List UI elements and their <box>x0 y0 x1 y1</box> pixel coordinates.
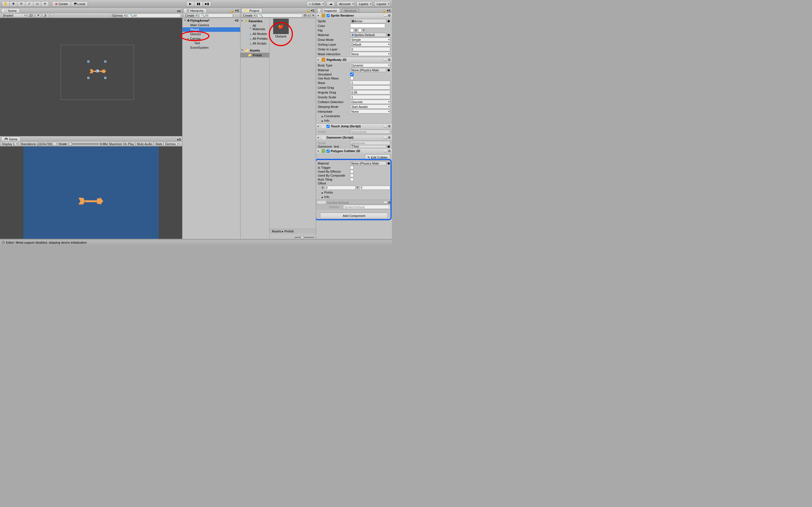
info-foldout[interactable]: Info <box>318 118 390 123</box>
hierarchy-item-eventsystem[interactable]: EventSystem <box>183 45 240 50</box>
bodytype-dropdown[interactable]: Dynamic <box>350 63 390 67</box>
simulated-checkbox[interactable] <box>350 73 354 76</box>
mute-toggle[interactable]: Mute Audio <box>135 142 154 146</box>
inspector-body[interactable]: Sprite Renderer📖⚙ Sprite▦Arrow◉ Color💉 F… <box>316 13 392 239</box>
hierarchy-search[interactable]: 🔍All <box>199 13 233 17</box>
fav-materials[interactable]: 🔍All Materials <box>241 23 269 31</box>
play-button[interactable]: ▶ <box>186 1 195 7</box>
fav-prefabs[interactable]: 🔍All Prefabs <box>241 36 269 41</box>
account-dropdown[interactable]: Account <box>337 1 355 7</box>
game-gizmos-dropdown[interactable]: Gizmos <box>163 142 179 146</box>
step-button[interactable]: ▶▮ <box>203 1 211 7</box>
project-tree[interactable]: ★Favorites 🔍All Materials 🔍All Models 🔍A… <box>241 18 269 239</box>
tab-scene[interactable]: ⬚Scene <box>1 8 20 13</box>
panel-menu-icon[interactable]: ▾☰ <box>387 9 391 13</box>
orderlayer-field[interactable]: 0 <box>350 47 390 51</box>
polygon-header[interactable]: Polygon Collider 2D📖⚙ <box>316 149 392 154</box>
gameover-header[interactable]: Gameover (Script)📖⚙ <box>316 135 392 140</box>
offset-x-field[interactable]: 0 <box>325 186 356 190</box>
flip-x-checkbox[interactable] <box>350 29 354 32</box>
stats-toggle[interactable]: Stats <box>154 142 163 146</box>
hierarchy-item-maincamera[interactable]: Main Camera <box>183 23 240 27</box>
project-create-dropdown[interactable]: Create <box>242 13 256 17</box>
gear-icon[interactable]: ⚙ <box>388 201 391 204</box>
flip-y-checkbox[interactable] <box>358 29 362 32</box>
trigger-checkbox[interactable] <box>350 166 354 169</box>
tab-inspector[interactable]: ⓘInspector <box>317 8 340 13</box>
interpolate-dropdown[interactable]: None <box>350 109 390 114</box>
move-tool[interactable]: ✥ <box>10 1 17 7</box>
project-search[interactable]: 🔍 <box>257 13 303 17</box>
hierarchy-item-canvas[interactable]: Canvas <box>183 36 240 41</box>
hierarchy-item-director[interactable]: Director <box>183 32 240 36</box>
layout-dropdown[interactable]: Layout <box>374 1 390 7</box>
scale-slider[interactable] <box>68 144 99 145</box>
panel-menu-icon[interactable]: ▾☰ <box>311 9 315 13</box>
thumb-size-slider[interactable] <box>294 237 314 238</box>
polygon-info-foldout[interactable]: Info <box>318 194 390 199</box>
maximize-toggle[interactable]: Maximize On Play <box>108 142 136 146</box>
hand-tool[interactable]: ✋ <box>2 1 10 7</box>
prefab-folder[interactable]: 📁Prefab <box>241 53 269 57</box>
points-foldout[interactable]: Points <box>318 190 390 194</box>
resolution-dropdown[interactable]: Standalone (1024x768) <box>19 142 58 146</box>
layers-dropdown[interactable]: Layers <box>356 1 372 7</box>
constraints-foldout[interactable]: Constraints <box>318 114 390 118</box>
component-enable-toggle[interactable] <box>326 14 329 17</box>
hierarchy-item-player[interactable]: Player <box>183 27 240 32</box>
sleep-dropdown[interactable]: Start Awake <box>350 105 390 109</box>
panel-menu-icon[interactable]: ▾☰ <box>235 9 239 13</box>
shading-dropdown[interactable]: Shaded <box>1 13 27 17</box>
scene-menu-icon[interactable]: ▾☰ <box>235 19 239 22</box>
collider-material-field[interactable]: None (Physics Mate <box>350 161 386 165</box>
go-text-field[interactable]: TText <box>350 145 386 148</box>
fx-toggle[interactable]: ▫ <box>50 13 54 17</box>
automass-checkbox[interactable] <box>350 76 354 80</box>
project-breadcrumb[interactable]: Assets ▸ Prefab <box>269 229 316 234</box>
project-grid[interactable]: 🍎 Obstacle <box>269 18 316 239</box>
favorites-folder[interactable]: ★Favorites <box>241 18 269 23</box>
angulardrag-field[interactable]: 0.05 <box>350 90 390 94</box>
rigidbody-header[interactable]: Rigidbody 2D📖⚙ <box>316 57 392 62</box>
scene-viewport[interactable] <box>0 18 182 136</box>
pivot-center-button[interactable]: ◉Center <box>52 1 71 7</box>
touchjump-header[interactable]: Touch Jump (Script)📖⚙ <box>316 124 392 129</box>
help-icon[interactable]: 📖 <box>384 136 388 139</box>
tab-project[interactable]: 📁Project <box>242 8 262 13</box>
panel-menu-icon[interactable]: ▾☰ <box>177 10 181 13</box>
hierarchy-item-text[interactable]: Text <box>183 41 240 45</box>
star-icon[interactable]: ★ <box>312 13 315 17</box>
lighting-toggle[interactable]: ☀ <box>36 13 41 17</box>
gear-icon[interactable]: ⚙ <box>388 58 391 62</box>
collision-dropdown[interactable]: Discrete <box>350 100 390 104</box>
tab-hierarchy[interactable]: ☷Hierarchy <box>184 8 207 13</box>
gravity-field[interactable]: 1 <box>350 95 390 99</box>
lock-icon[interactable]: 🔒 <box>306 9 310 13</box>
help-icon[interactable]: 📖 <box>384 124 388 128</box>
2d-toggle[interactable]: 2D <box>28 13 35 17</box>
effector-checkbox[interactable] <box>350 170 354 173</box>
rb-material-field[interactable]: None (Physics Mate <box>350 68 386 72</box>
tab-game[interactable]: 🎮Game <box>1 136 20 141</box>
audio-toggle[interactable]: 🔊 <box>42 13 49 17</box>
composite-checkbox[interactable] <box>350 174 354 177</box>
help-icon[interactable]: 📖 <box>384 149 388 153</box>
component-enable-toggle[interactable] <box>326 150 329 153</box>
gear-icon[interactable]: ⚙ <box>388 149 391 153</box>
pause-button[interactable]: ▮▮ <box>195 1 203 7</box>
collab-button[interactable]: ●Collab <box>306 1 325 7</box>
tag-icon[interactable]: 🏷 <box>308 14 311 17</box>
gear-icon[interactable]: ⚙ <box>388 14 391 17</box>
panel-menu-icon[interactable]: ▾☰ <box>177 138 181 141</box>
fav-models[interactable]: 🔍All Models <box>241 31 269 36</box>
help-icon[interactable]: 📖 <box>384 201 388 204</box>
lock-icon[interactable]: 🔒 <box>231 9 235 13</box>
gizmos-dropdown[interactable]: Gizmos <box>111 13 126 17</box>
add-component-button[interactable]: Add Component <box>320 213 388 219</box>
component-enable-toggle[interactable] <box>326 125 329 128</box>
help-icon[interactable]: 📖 <box>384 14 388 17</box>
unified-tool[interactable]: ✦ <box>41 1 49 7</box>
sprite-field[interactable]: ▦Arrow <box>350 19 386 23</box>
mass-field[interactable]: 1 <box>350 80 390 85</box>
sprite-renderer-header[interactable]: Sprite Renderer📖⚙ <box>316 13 392 18</box>
